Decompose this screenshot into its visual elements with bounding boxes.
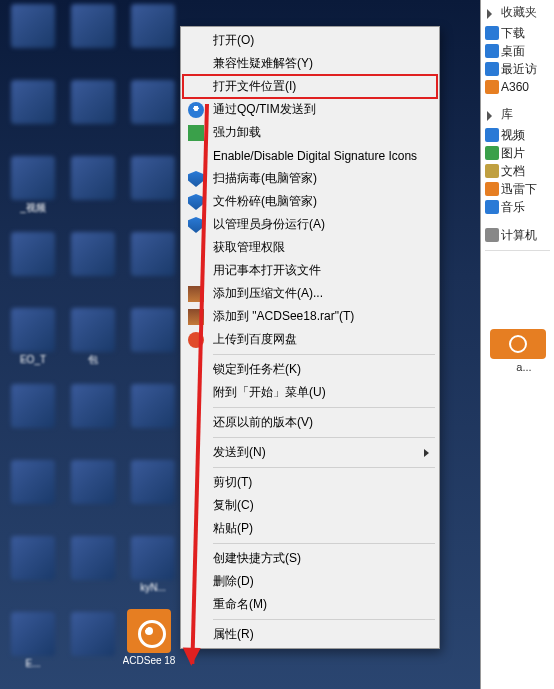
menu-item[interactable]: Enable/Disable Digital Signature Icons: [183, 144, 437, 167]
desktop-icon[interactable]: [64, 612, 122, 686]
menu-item[interactable]: 以管理员身份运行(A): [183, 213, 437, 236]
folder-icon: [485, 62, 499, 76]
menu-item[interactable]: 添加到压缩文件(A)...: [183, 282, 437, 305]
desktop-icon[interactable]: [64, 80, 122, 154]
menu-item[interactable]: 剪切(T): [183, 471, 437, 494]
menu-item-label: 属性(R): [213, 626, 254, 643]
sidebar-item-label: 最近访: [501, 61, 537, 78]
acdsee-toolbar-icon[interactable]: [490, 329, 546, 359]
desktop-icon[interactable]: [64, 384, 122, 458]
menu-item-label: 创建快捷方式(S): [213, 550, 301, 567]
sidebar-item-favorite[interactable]: 下载: [481, 24, 554, 42]
desktop-area: _视频EO_T包kyN...E... ACDSee 18: [0, 0, 186, 689]
sidebar-item-library[interactable]: 迅雷下: [481, 180, 554, 198]
menu-item[interactable]: 文件粉碎(电脑管家): [183, 190, 437, 213]
desktop-icon[interactable]: [124, 156, 182, 230]
menu-item[interactable]: 打开(O): [183, 29, 437, 52]
menu-item-label: Enable/Disable Digital Signature Icons: [213, 149, 417, 163]
desktop-icon[interactable]: 包: [64, 308, 122, 382]
desktop-icon[interactable]: kyN...: [124, 536, 182, 610]
menu-item[interactable]: 上传到百度网盘: [183, 328, 437, 351]
desktop-icon[interactable]: [4, 460, 62, 534]
sidebar-item-library[interactable]: 文档: [481, 162, 554, 180]
desktop-icon[interactable]: [124, 460, 182, 534]
desktop-icon[interactable]: [4, 384, 62, 458]
chevron-right-icon: [424, 449, 429, 457]
menu-item[interactable]: 兼容性疑难解答(Y): [183, 52, 437, 75]
folder-icon: [485, 80, 499, 94]
menu-separator: [213, 543, 435, 544]
menu-item[interactable]: 粘贴(P): [183, 517, 437, 540]
desktop-icon[interactable]: [4, 80, 62, 154]
sidebar-item-library[interactable]: 音乐: [481, 198, 554, 216]
menu-item-label: 还原以前的版本(V): [213, 414, 313, 431]
desktop-icon-label: ACDSee 18: [123, 655, 176, 666]
menu-item[interactable]: 还原以前的版本(V): [183, 411, 437, 434]
desktop-icon[interactable]: [64, 232, 122, 306]
folder-icon: [485, 182, 499, 196]
menu-item-label: 打开文件位置(I): [213, 78, 296, 95]
context-menu[interactable]: 打开(O)兼容性疑难解答(Y)打开文件位置(I)通过QQ/TIM发送到强力卸载E…: [180, 26, 440, 649]
menu-item[interactable]: 创建快捷方式(S): [183, 547, 437, 570]
menu-item[interactable]: 强力卸载: [183, 121, 437, 144]
desktop-icon[interactable]: [124, 308, 182, 382]
sidebar-item-favorite[interactable]: A360: [481, 78, 554, 96]
menu-item[interactable]: 删除(D): [183, 570, 437, 593]
menu-item[interactable]: 获取管理权限: [183, 236, 437, 259]
menu-item[interactable]: 重命名(M): [183, 593, 437, 616]
menu-item[interactable]: 属性(R): [183, 623, 437, 646]
menu-item-label: 剪切(T): [213, 474, 252, 491]
desktop-icon[interactable]: [124, 4, 182, 78]
menu-item[interactable]: 复制(C): [183, 494, 437, 517]
sidebar-item-label: 音乐: [501, 199, 525, 216]
desktop-icon[interactable]: EO_T: [4, 308, 62, 382]
menu-item-label: 文件粉碎(电脑管家): [213, 193, 317, 210]
sidebar-item-library[interactable]: 视频: [481, 126, 554, 144]
sidebar-item-library[interactable]: 图片: [481, 144, 554, 162]
desktop-icon[interactable]: [64, 536, 122, 610]
desktop-icon[interactable]: [124, 384, 182, 458]
qq-icon: [187, 101, 205, 119]
menu-item[interactable]: 发送到(N): [183, 441, 437, 464]
menu-item[interactable]: 添加到 "ACDSee18.rar"(T): [183, 305, 437, 328]
sidebar-header-libraries[interactable]: 库: [481, 106, 554, 124]
menu-item[interactable]: 扫描病毒(电脑管家): [183, 167, 437, 190]
sidebar-item-favorite[interactable]: 桌面: [481, 42, 554, 60]
computer-icon: [485, 228, 499, 242]
desktop-icon[interactable]: [124, 232, 182, 306]
desktop-icon-acdsee[interactable]: ACDSee 18: [120, 609, 178, 683]
menu-item-label: 打开(O): [213, 32, 254, 49]
desktop-icon[interactable]: _视频: [4, 156, 62, 230]
menu-item[interactable]: 通过QQ/TIM发送到: [183, 98, 437, 121]
menu-separator: [213, 437, 435, 438]
menu-item-label: 强力卸载: [213, 124, 261, 141]
acdsee-toolbar-label: a...: [494, 361, 554, 373]
folder-icon: [485, 164, 499, 178]
folder-icon: [485, 128, 499, 142]
desktop-icon[interactable]: E...: [4, 612, 62, 686]
sidebar-header-favorites[interactable]: 收藏夹: [481, 4, 554, 22]
menu-separator: [213, 467, 435, 468]
desktop-icon[interactable]: [124, 80, 182, 154]
menu-item-label: 发送到(N): [213, 444, 266, 461]
desktop-icon-label: _视频: [20, 202, 46, 213]
menu-item-label: 通过QQ/TIM发送到: [213, 101, 316, 118]
desktop-icon-label: kyN...: [140, 582, 166, 593]
menu-item[interactable]: 打开文件位置(I): [183, 75, 437, 98]
menu-item-label: 添加到压缩文件(A)...: [213, 285, 323, 302]
desktop-icon[interactable]: [4, 4, 62, 78]
menu-item[interactable]: 锁定到任务栏(K): [183, 358, 437, 381]
menu-item[interactable]: 用记事本打开该文件: [183, 259, 437, 282]
menu-item-label: 锁定到任务栏(K): [213, 361, 301, 378]
desktop-icon[interactable]: [64, 156, 122, 230]
desktop-icon[interactable]: [4, 232, 62, 306]
menu-item-label: 粘贴(P): [213, 520, 253, 537]
sidebar-item-computer[interactable]: 计算机: [481, 226, 554, 244]
menu-item[interactable]: 附到「开始」菜单(U): [183, 381, 437, 404]
desktop-icon[interactable]: [64, 460, 122, 534]
desktop-icon[interactable]: [64, 4, 122, 78]
sidebar-item-favorite[interactable]: 最近访: [481, 60, 554, 78]
menu-item-label: 复制(C): [213, 497, 254, 514]
desktop-icon[interactable]: [4, 536, 62, 610]
sidebar-item-label: 文档: [501, 163, 525, 180]
